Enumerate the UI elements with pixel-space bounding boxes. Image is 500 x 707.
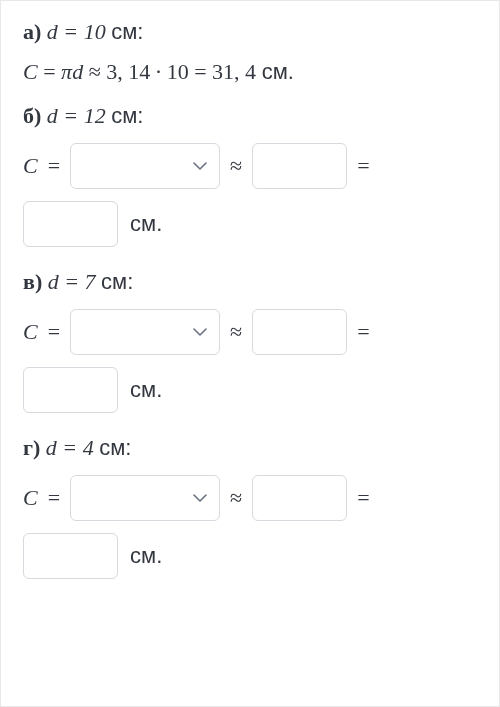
problem-b-unit-hdr: см: xyxy=(111,103,143,128)
problem-b-equation: C = ≈ = xyxy=(23,143,477,189)
problem-a: а) d = 10 см: C = πd ≈ 3, 14 · 10 = 31, … xyxy=(23,19,477,85)
problem-g-formula-select[interactable] xyxy=(70,475,220,521)
chevron-down-icon xyxy=(193,162,207,170)
problem-b-approx-input[interactable] xyxy=(252,143,347,189)
problem-b-approx: ≈ xyxy=(230,153,242,179)
problem-b-label: б) xyxy=(23,103,41,128)
problem-a-given: d = 10 xyxy=(47,19,106,44)
problem-v-unit: см. xyxy=(130,377,162,403)
problem-g-label: г) xyxy=(23,435,40,460)
problem-v-unit-hdr: см: xyxy=(101,269,133,294)
problem-v-label: в) xyxy=(23,269,42,294)
problem-b-lhs: C xyxy=(23,153,38,179)
problem-b-header: б) d = 12 см: xyxy=(23,103,477,129)
problem-g-approx-input[interactable] xyxy=(252,475,347,521)
problem-g-eq1: = xyxy=(48,485,60,511)
problem-g-header: г) d = 4 см: xyxy=(23,435,477,461)
problem-v-result-input[interactable] xyxy=(23,367,118,413)
problem-v-result-row: см. xyxy=(23,367,477,413)
problem-b-result-row: см. xyxy=(23,201,477,247)
chevron-down-icon xyxy=(193,328,207,336)
problem-a-label: а) xyxy=(23,19,41,44)
problem-v-approx: ≈ xyxy=(230,319,242,345)
problem-b-result-input[interactable] xyxy=(23,201,118,247)
problem-g-eq2: = xyxy=(357,485,369,511)
problem-a-header: а) d = 10 см: xyxy=(23,19,477,45)
problem-g-lhs: C xyxy=(23,485,38,511)
problem-g-given: d = 4 xyxy=(46,435,94,460)
problem-g: г) d = 4 см: C = ≈ = см. xyxy=(23,435,477,579)
problem-g-equation: C = ≈ = xyxy=(23,475,477,521)
problem-a-unit: см: xyxy=(111,19,143,44)
problem-v-formula-select[interactable] xyxy=(70,309,220,355)
problem-b-unit: см. xyxy=(130,211,162,237)
problem-b-eq2: = xyxy=(357,153,369,179)
problem-g-result-row: см. xyxy=(23,533,477,579)
problem-g-unit-hdr: см: xyxy=(99,435,131,460)
problem-g-unit: см. xyxy=(130,543,162,569)
problem-v-approx-input[interactable] xyxy=(252,309,347,355)
problem-g-approx: ≈ xyxy=(230,485,242,511)
problem-b-formula-select[interactable] xyxy=(70,143,220,189)
problem-a-solution: C = πd ≈ 3, 14 · 10 = 31, 4 см. xyxy=(23,59,477,85)
problem-v: в) d = 7 см: C = ≈ = см. xyxy=(23,269,477,413)
problem-v-equation: C = ≈ = xyxy=(23,309,477,355)
problem-b: б) d = 12 см: C = ≈ = см. xyxy=(23,103,477,247)
chevron-down-icon xyxy=(193,494,207,502)
problem-b-given: d = 12 xyxy=(47,103,106,128)
problem-v-given: d = 7 xyxy=(48,269,96,294)
problem-v-header: в) d = 7 см: xyxy=(23,269,477,295)
problem-v-lhs: C xyxy=(23,319,38,345)
problem-g-result-input[interactable] xyxy=(23,533,118,579)
problem-v-eq2: = xyxy=(357,319,369,345)
problem-v-eq1: = xyxy=(48,319,60,345)
problem-b-eq1: = xyxy=(48,153,60,179)
